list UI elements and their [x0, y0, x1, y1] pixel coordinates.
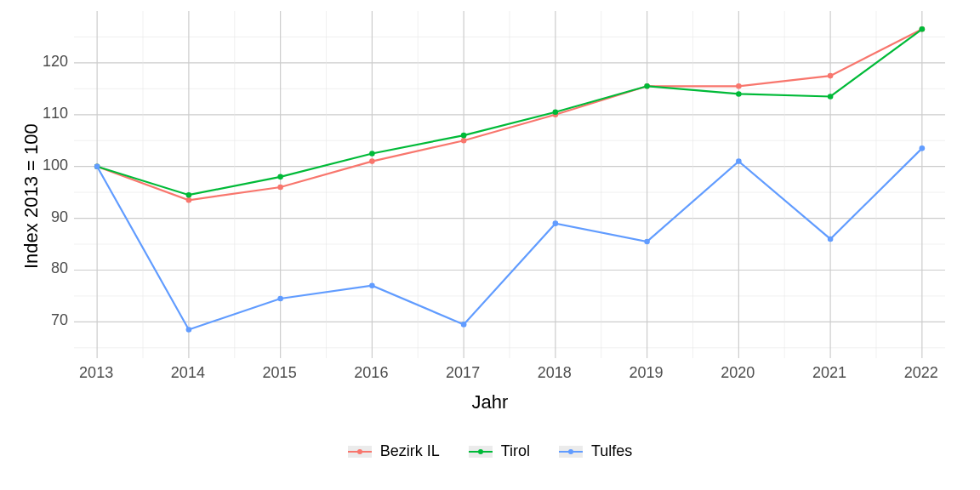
data-point [736, 91, 742, 97]
data-point [920, 145, 926, 151]
plot-area [73, 10, 946, 359]
legend-swatch [559, 446, 583, 458]
legend-swatch [348, 446, 372, 458]
data-point [461, 322, 467, 328]
legend-item: Tulfes [559, 442, 632, 460]
data-point [186, 192, 192, 198]
data-point [736, 83, 742, 89]
series-layer [74, 11, 945, 358]
data-point [277, 174, 283, 180]
data-point [461, 138, 467, 144]
x-tick-label: 2020 [717, 364, 758, 382]
data-point [644, 83, 650, 89]
data-point [828, 73, 834, 79]
data-point [736, 158, 742, 164]
data-point [186, 327, 192, 333]
y-tick-label: 70 [34, 311, 68, 329]
x-tick-label: 2017 [442, 364, 483, 382]
y-tick-label: 120 [34, 53, 68, 71]
legend-label: Tirol [501, 442, 530, 460]
x-tick-label: 2016 [350, 364, 391, 382]
data-point [553, 220, 559, 226]
x-tick-label: 2018 [534, 364, 575, 382]
data-point [553, 109, 559, 115]
data-point [94, 163, 100, 169]
data-point [277, 296, 283, 302]
legend-label: Bezirk IL [380, 442, 440, 460]
x-axis-title: Jahr [0, 391, 980, 413]
x-tick-label: 2013 [76, 364, 117, 382]
data-point [644, 239, 650, 245]
y-axis-title: Index 2013 = 100 [20, 82, 43, 269]
data-point [277, 185, 283, 191]
data-point [828, 236, 834, 242]
series-line [97, 29, 922, 195]
legend-label: Tulfes [591, 442, 632, 460]
series-line [97, 148, 922, 329]
legend-swatch [469, 446, 493, 458]
legend-item: Tirol [469, 442, 530, 460]
x-tick-label: 2014 [168, 364, 208, 382]
data-point [369, 158, 375, 164]
x-tick-label: 2019 [626, 364, 667, 382]
data-point [369, 151, 375, 157]
data-point [461, 133, 467, 139]
legend-item: Bezirk IL [348, 442, 440, 460]
chart-root: 2013201420152016201720182019202020212022… [0, 0, 980, 490]
data-point [369, 282, 375, 288]
data-point [920, 26, 926, 32]
data-point [828, 94, 834, 100]
x-tick-label: 2022 [901, 364, 942, 382]
series-line [97, 29, 922, 200]
x-tick-label: 2021 [809, 364, 850, 382]
legend: Bezirk ILTirolTulfes [0, 442, 980, 460]
x-tick-label: 2015 [259, 364, 300, 382]
data-point [186, 197, 192, 203]
